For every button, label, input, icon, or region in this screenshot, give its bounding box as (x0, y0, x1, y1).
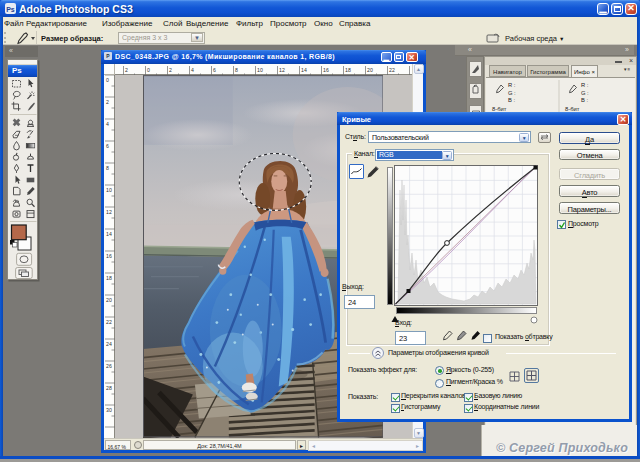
svg-text:0: 0 (147, 67, 150, 73)
svg-text:6: 6 (213, 67, 216, 73)
svg-text:G :: G : (508, 90, 516, 96)
svg-text:26: 26 (106, 363, 112, 369)
svg-text:Ps: Ps (6, 6, 15, 13)
svg-text:12: 12 (279, 67, 285, 73)
svg-text:10: 10 (106, 187, 112, 193)
svg-text:20: 20 (367, 67, 373, 73)
svg-text:2: 2 (125, 67, 128, 73)
svg-text:24: 24 (106, 341, 112, 347)
svg-text:14: 14 (106, 231, 112, 237)
svg-text:18: 18 (345, 67, 351, 73)
svg-text:20: 20 (106, 297, 112, 303)
svg-text:16: 16 (106, 253, 112, 259)
svg-text:30: 30 (106, 407, 112, 413)
svg-text:8: 8 (106, 165, 109, 171)
svg-text:B :: B : (581, 97, 588, 103)
svg-text:12: 12 (106, 209, 112, 215)
svg-text:8: 8 (235, 67, 238, 73)
svg-text:6: 6 (106, 143, 109, 149)
svg-text:22: 22 (389, 67, 395, 73)
svg-text:16: 16 (323, 67, 329, 73)
svg-text:R :: R : (508, 82, 516, 88)
svg-text:0: 0 (106, 77, 109, 83)
svg-text:28: 28 (106, 385, 112, 391)
svg-text:2: 2 (169, 67, 172, 73)
svg-text:10: 10 (257, 67, 263, 73)
svg-text:4: 4 (191, 67, 194, 73)
svg-text:B :: B : (508, 97, 515, 103)
svg-text:R :: R : (581, 82, 589, 88)
svg-text:G :: G : (581, 90, 589, 96)
svg-text:2: 2 (106, 99, 109, 105)
svg-text:4: 4 (106, 121, 109, 127)
svg-text:22: 22 (106, 319, 112, 325)
svg-text:14: 14 (301, 67, 307, 73)
svg-text:18: 18 (106, 275, 112, 281)
